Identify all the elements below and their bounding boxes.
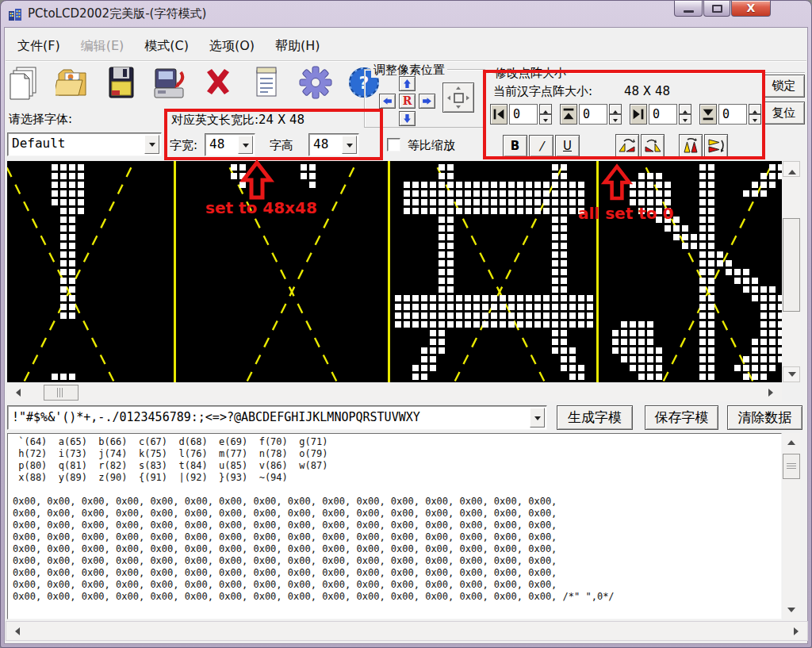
glyph-pixel[interactable] [447, 304, 454, 310]
charmap-dropdown-button[interactable] [530, 408, 545, 428]
glyph-pixel[interactable] [69, 260, 75, 266]
glyph-pixel[interactable] [239, 164, 246, 171]
glyph-pixel[interactable] [430, 208, 436, 214]
glyph-pixel[interactable] [708, 286, 714, 293]
glyph-pixel[interactable] [708, 164, 714, 171]
glyph-pixel[interactable] [439, 217, 445, 223]
glyph-pixel[interactable] [491, 304, 497, 310]
glyph-pixel[interactable] [60, 278, 67, 284]
glyph-pixel[interactable] [482, 199, 488, 205]
glyph-pixel[interactable] [552, 269, 558, 275]
glyph-pixel[interactable] [69, 251, 75, 258]
settings-gear-icon[interactable] [298, 64, 336, 105]
glyph-pixel[interactable] [647, 208, 653, 214]
glyph-pixel[interactable] [508, 208, 515, 214]
glyph-pixel[interactable] [60, 295, 67, 301]
glyph-pixel[interactable] [60, 286, 67, 293]
glyph-pixel[interactable] [752, 339, 758, 345]
glyph-pixel[interactable] [508, 312, 515, 319]
glyph-pixel[interactable] [699, 356, 706, 362]
glyph-pixel[interactable] [561, 182, 567, 188]
glyph-pixel[interactable] [482, 321, 488, 328]
char-height-combobox[interactable]: 48 [308, 133, 359, 156]
glyph-cell-dollar[interactable] [599, 161, 782, 382]
glyph-pixel[interactable] [561, 312, 567, 319]
glyph-pixel[interactable] [500, 199, 506, 205]
glyph-pixel[interactable] [526, 208, 532, 214]
spin-up-button[interactable] [539, 104, 552, 114]
glyph-pixel[interactable] [656, 182, 662, 188]
glyph-pixel[interactable] [578, 182, 584, 188]
glyph-pixel[interactable] [708, 330, 714, 336]
glyph-pixel[interactable] [508, 190, 515, 197]
glyph-pixel[interactable] [60, 243, 67, 249]
glyph-pixel[interactable] [578, 208, 584, 214]
glyph-pixel[interactable] [534, 190, 541, 197]
glyph-pixel[interactable] [52, 182, 58, 188]
glyph-pixel[interactable] [769, 164, 776, 171]
glyph-pixel[interactable] [552, 339, 558, 345]
glyph-pixel[interactable] [561, 321, 567, 328]
glyph-pixel[interactable] [430, 365, 436, 371]
glyph-pixel[interactable] [778, 347, 782, 354]
glyph-pixel[interactable] [743, 286, 749, 293]
glyph-pixel[interactable] [517, 304, 523, 310]
glyph-pixel[interactable] [412, 365, 419, 371]
glyph-pixel[interactable] [726, 260, 732, 266]
glyph-pixel[interactable] [430, 295, 436, 301]
glyph-pixel[interactable] [439, 295, 445, 301]
glyph-pixel[interactable] [69, 304, 75, 310]
glyph-pixel[interactable] [778, 295, 782, 301]
glyph-pixel[interactable] [534, 304, 541, 310]
glyph-pixel[interactable] [699, 173, 706, 179]
glyph-pixel[interactable] [552, 278, 558, 284]
bottom-limit-input[interactable]: 0 [718, 104, 747, 125]
glyph-pixel[interactable] [647, 365, 653, 371]
spin-down-button[interactable] [679, 114, 691, 125]
glyph-pixel[interactable] [587, 304, 593, 310]
glyph-pixel[interactable] [647, 339, 653, 345]
bottom-horizontal-scrollbar[interactable] [6, 621, 808, 641]
glyph-pixel[interactable] [612, 339, 619, 345]
glyph-pixel[interactable] [630, 190, 636, 197]
glyph-pixel[interactable] [760, 295, 767, 301]
glyph-pixel[interactable] [543, 190, 550, 197]
glyph-pixel[interactable] [552, 217, 558, 223]
glyph-pixel[interactable] [708, 269, 714, 275]
glyph-pixel[interactable] [482, 304, 488, 310]
glyph-pixel[interactable] [534, 295, 541, 301]
glyph-pixel[interactable] [239, 182, 246, 188]
glyph-pixel[interactable] [456, 312, 462, 319]
flip-horizontal-button[interactable] [704, 134, 728, 158]
glyph-pixel[interactable] [699, 243, 706, 249]
preview-hscroll-thumb[interactable] [44, 385, 79, 401]
glyph-pixel[interactable] [552, 260, 558, 266]
glyph-pixel[interactable] [447, 321, 454, 328]
glyph-pixel[interactable] [500, 304, 506, 310]
glyph-pixel[interactable] [621, 339, 627, 345]
glyph-pixel[interactable] [760, 304, 767, 310]
glyph-pixel[interactable] [69, 199, 75, 205]
glyph-pixel[interactable] [569, 347, 576, 354]
charmap-combobox[interactable]: !"#$%&'()*+,-./0123456789:;<=>?@ABCDEFGH… [7, 405, 547, 430]
glyph-pixel[interactable] [421, 190, 427, 197]
glyph-pixel[interactable] [447, 173, 454, 179]
glyph-pixel[interactable] [699, 304, 706, 310]
glyph-pixel[interactable] [52, 199, 58, 205]
glyph-pixel[interactable] [760, 365, 767, 371]
bottom-limit-spinner[interactable] [749, 104, 761, 125]
glyph-pixel[interactable] [482, 312, 488, 319]
glyph-pixel[interactable] [569, 182, 576, 188]
glyph-pixel[interactable] [473, 208, 480, 214]
glyph-pixel[interactable] [552, 347, 558, 354]
glyph-pixel[interactable] [430, 339, 436, 345]
glyph-pixel[interactable] [630, 347, 636, 354]
glyph-pixel[interactable] [578, 304, 584, 310]
glyph-pixel[interactable] [430, 321, 436, 328]
glyph-pixel[interactable] [778, 330, 782, 336]
glyph-pixel[interactable] [439, 304, 445, 310]
glyph-pixel[interactable] [665, 199, 671, 205]
glyph-pixel[interactable] [447, 182, 454, 188]
glyph-pixel[interactable] [412, 190, 419, 197]
glyph-pixel[interactable] [517, 321, 523, 328]
